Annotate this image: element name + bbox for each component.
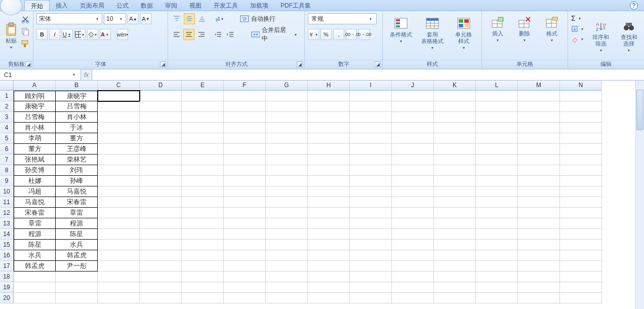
cell[interactable]	[140, 250, 182, 261]
cell[interactable]	[392, 208, 434, 218]
cell[interactable]	[392, 218, 434, 229]
cell[interactable]	[434, 208, 476, 218]
cell[interactable]	[560, 91, 602, 101]
cell[interactable]	[518, 261, 560, 272]
cell[interactable]	[182, 261, 224, 272]
cell[interactable]	[518, 186, 560, 197]
cell[interactable]	[350, 293, 392, 303]
cell[interactable]	[434, 261, 476, 272]
cell[interactable]	[98, 293, 140, 303]
row-header[interactable]: 16	[0, 250, 14, 261]
cell[interactable]	[224, 154, 266, 165]
cell[interactable]	[308, 261, 350, 272]
cell[interactable]	[560, 154, 602, 165]
row-header[interactable]: 11	[0, 197, 14, 208]
cell[interactable]	[392, 133, 434, 144]
cell[interactable]	[560, 112, 602, 123]
cell[interactable]	[98, 144, 140, 154]
fx-icon[interactable]: fx	[84, 71, 89, 79]
row-header[interactable]: 17	[0, 261, 14, 272]
cell[interactable]	[560, 282, 602, 293]
cell[interactable]	[308, 229, 350, 240]
cell[interactable]	[350, 218, 392, 229]
row-header[interactable]: 20	[0, 293, 14, 303]
cell[interactable]	[182, 165, 224, 176]
cell[interactable]	[518, 133, 560, 144]
cell[interactable]	[476, 240, 518, 250]
cell[interactable]	[476, 186, 518, 197]
cell[interactable]	[182, 240, 224, 250]
table-style-button[interactable]: 套用 表格格式▾	[419, 14, 446, 52]
cell[interactable]: 孙峰	[56, 176, 98, 186]
cell[interactable]	[476, 112, 518, 123]
font-color-button[interactable]: A▾	[100, 29, 111, 40]
cell[interactable]	[476, 261, 518, 272]
cell[interactable]	[98, 229, 140, 240]
cell[interactable]	[518, 123, 560, 133]
cell[interactable]	[266, 101, 308, 112]
cell[interactable]	[350, 272, 392, 282]
find-select-button[interactable]: 查找和 选择▾	[617, 14, 641, 59]
cell[interactable]	[560, 240, 602, 250]
cell[interactable]: 尹一彤	[56, 261, 98, 272]
italic-button[interactable]: I	[49, 29, 60, 40]
cell[interactable]	[476, 165, 518, 176]
cell[interactable]	[182, 123, 224, 133]
cell[interactable]	[476, 282, 518, 293]
cell[interactable]	[266, 208, 308, 218]
number-format-combo[interactable]: 常规▾	[308, 13, 377, 24]
comma-button[interactable]: ,	[333, 29, 344, 40]
cell[interactable]	[476, 176, 518, 186]
cell[interactable]	[98, 91, 140, 101]
cell[interactable]	[476, 272, 518, 282]
tab-开发工具[interactable]: 开发工具	[208, 0, 244, 11]
cell[interactable]	[224, 112, 266, 123]
cell-style-button[interactable]: 单元格 样式▾	[450, 14, 477, 52]
cell[interactable]	[350, 208, 392, 218]
cell[interactable]	[518, 112, 560, 123]
cell[interactable]	[98, 186, 140, 197]
cell[interactable]	[434, 229, 476, 240]
cell[interactable]	[224, 144, 266, 154]
cell[interactable]	[434, 144, 476, 154]
cell[interactable]	[476, 250, 518, 261]
cell[interactable]	[308, 123, 350, 133]
cell[interactable]: 肖小林	[14, 123, 56, 133]
cell[interactable]: 水兵	[14, 250, 56, 261]
cell[interactable]	[140, 112, 182, 123]
cell[interactable]	[560, 229, 602, 240]
cell[interactable]	[434, 112, 476, 123]
cell[interactable]	[560, 133, 602, 144]
cell[interactable]	[182, 218, 224, 229]
cell[interactable]	[308, 112, 350, 123]
decrease-decimal-button[interactable]: .0→.00	[358, 29, 370, 40]
cell[interactable]	[350, 240, 392, 250]
cell[interactable]	[266, 197, 308, 208]
cell[interactable]	[182, 133, 224, 144]
fill-color-button[interactable]: ▾	[87, 29, 98, 40]
cell[interactable]	[224, 208, 266, 218]
cell[interactable]	[56, 293, 98, 303]
border-button[interactable]: ▾	[74, 29, 86, 40]
conditional-format-button[interactable]: 条件格式▾	[387, 14, 415, 46]
row-header[interactable]: 2	[0, 101, 14, 112]
cell[interactable]	[392, 144, 434, 154]
cell[interactable]	[434, 272, 476, 282]
cell[interactable]	[224, 165, 266, 176]
cell[interactable]: 吕雪梅	[14, 112, 56, 123]
cell[interactable]	[224, 293, 266, 303]
cell[interactable]	[392, 282, 434, 293]
cell[interactable]	[434, 197, 476, 208]
cell[interactable]	[308, 154, 350, 165]
cell[interactable]	[266, 112, 308, 123]
cell[interactable]	[266, 91, 308, 101]
cell[interactable]	[140, 133, 182, 144]
cell[interactable]	[98, 154, 140, 165]
cell[interactable]	[308, 218, 350, 229]
cell[interactable]	[308, 293, 350, 303]
cell[interactable]	[350, 144, 392, 154]
align-bottom-button[interactable]	[196, 13, 208, 24]
cell[interactable]	[434, 91, 476, 101]
cell[interactable]	[266, 261, 308, 272]
cell[interactable]	[350, 229, 392, 240]
